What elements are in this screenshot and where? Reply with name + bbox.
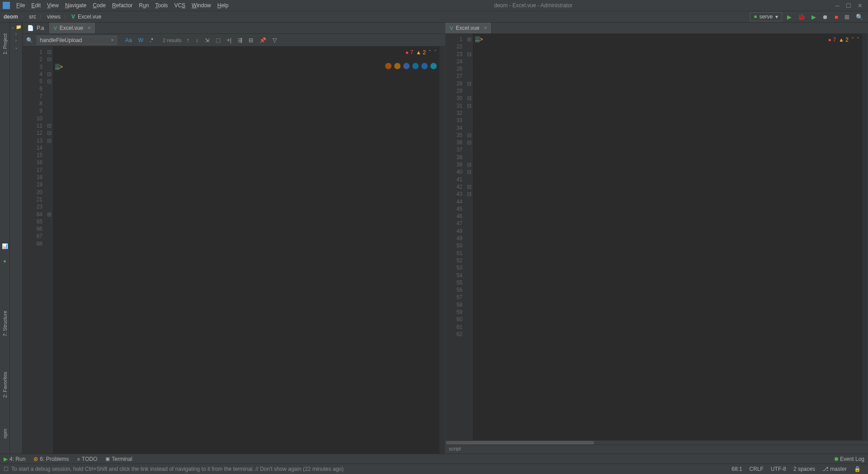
- next-match-button[interactable]: ↓: [194, 37, 200, 43]
- menu-refactor[interactable]: Refactor: [109, 1, 135, 9]
- gutter-right: 1222324262728293031323334353637383940414…: [445, 34, 466, 440]
- status-icon: ☐: [4, 466, 9, 472]
- tab-pa[interactable]: 📄 P.a: [23, 23, 49, 33]
- new-window-button[interactable]: ⬚: [214, 37, 222, 43]
- lock-icon[interactable]: 🔒: [850, 466, 864, 472]
- main-area: 1: Project 📊 ● 7: Structure 2: Favorites…: [0, 23, 868, 454]
- file-icon: 📄: [27, 25, 34, 31]
- layout-button[interactable]: ⊞: [843, 14, 851, 20]
- menu-tools[interactable]: Tools: [152, 1, 170, 9]
- toolbar-right: serve ▾ ▶ 🐞 ▶ ⏺ ■ ⊞ 🔍: [750, 12, 864, 21]
- todo-tool-tab[interactable]: ≡ TODO: [77, 456, 97, 462]
- error-stripe-left[interactable]: [439, 47, 445, 454]
- menu-file[interactable]: File: [14, 1, 28, 9]
- tab-excel-vue-right[interactable]: V Excel.vue ×: [445, 23, 492, 33]
- search-everywhere-button[interactable]: 🔍: [854, 14, 864, 20]
- menu-run[interactable]: Run: [136, 1, 151, 9]
- run-button[interactable]: ▶: [786, 14, 793, 20]
- breadcrumb-file[interactable]: Excel.vue: [78, 14, 101, 20]
- tree-expand-icon[interactable]: ›: [15, 38, 17, 43]
- chevron-up-icon: ˄: [851, 37, 854, 43]
- pin-button[interactable]: 📌: [258, 37, 268, 43]
- indicator-icon[interactable]: ●: [3, 258, 6, 264]
- error-count: ● 7: [828, 37, 836, 43]
- whole-word-toggle[interactable]: W: [137, 37, 145, 43]
- debug-button[interactable]: 🐞: [797, 14, 807, 20]
- find-input[interactable]: [37, 36, 117, 45]
- window-controls: ─ ☐ ✕: [835, 2, 865, 9]
- menu-vcs[interactable]: VCS: [171, 1, 188, 9]
- collapse-icon[interactable]: ⌄ 📁: [11, 24, 21, 29]
- browser-icons[interactable]: [385, 63, 437, 69]
- code-area-right[interactable]: 1222324262728293031323334353637383940414…: [445, 34, 868, 440]
- terminal-tool-tab[interactable]: ▣ Terminal: [105, 456, 132, 462]
- select-occurrences-button[interactable]: ⇶: [236, 37, 244, 43]
- status-message[interactable]: To start a debug session, hold Ctrl+Shif…: [11, 466, 728, 472]
- menu-navigate[interactable]: Navigate: [62, 1, 89, 9]
- menu-code[interactable]: Code: [90, 1, 108, 9]
- code-left[interactable]: ...> </span> <span class="hl-tag">: [52, 47, 439, 454]
- profile-button[interactable]: ⏺: [821, 14, 830, 20]
- breadcrumb-src[interactable]: src: [29, 14, 36, 20]
- error-stripe-right[interactable]: [862, 34, 868, 440]
- inspection-badge-left[interactable]: ● 7 ▲ 2 ˄ ˅: [404, 48, 439, 57]
- line-ending[interactable]: CRLF: [746, 466, 767, 472]
- inspection-badge-right[interactable]: ● 7 ▲ 2 ˄ ˅: [826, 36, 861, 44]
- filter-button[interactable]: ▽: [271, 37, 278, 43]
- favorites-tool-tab[interactable]: 2: Favorites: [1, 370, 9, 399]
- tool-window-bar-bottom: ▶4: Run ⊘6: Problems ≡ TODO ▣ Terminal E…: [0, 454, 868, 464]
- breadcrumb-views[interactable]: views: [47, 14, 61, 20]
- regex-toggle[interactable]: .*: [148, 37, 155, 43]
- match-case-toggle[interactable]: Aa: [124, 37, 133, 43]
- tree-expand-icon[interactable]: ›: [15, 31, 17, 36]
- close-button[interactable]: ✕: [858, 2, 863, 9]
- run-tool-tab[interactable]: ▶4: Run: [4, 456, 25, 462]
- encoding[interactable]: UTF-8: [767, 466, 790, 472]
- caret-position[interactable]: 68:1: [728, 466, 745, 472]
- find-bar: 🔍 × Aa W .* 2 results ↑ ↓ ⇲ ⬚ +| ⇶ ⊟ 📌 ▽: [23, 34, 445, 47]
- fold-strip-right[interactable]: ⊞⊟⊟⊟⊟⊟⊟⊟⊟⊟⊟: [466, 34, 472, 440]
- menu-help[interactable]: Help: [215, 1, 231, 9]
- breadcrumb-root[interactable]: deom: [4, 14, 18, 20]
- stats-icon[interactable]: 📊: [2, 243, 8, 249]
- toggle-button[interactable]: ⊟: [247, 37, 255, 43]
- editor-split: 📄 P.a V Excel.vue × 🔍 × Aa W .* 2 result…: [23, 23, 868, 454]
- error-count: ● 7: [406, 49, 413, 56]
- run-config-selector[interactable]: serve ▾: [750, 12, 782, 21]
- chevron-down-icon: ˅: [857, 37, 859, 43]
- titlebar: File Edit View Navigate Code Refactor Ru…: [0, 0, 868, 11]
- breadcrumb: deom 〉 src 〉 views 〉 V Excel.vue: [4, 13, 101, 21]
- menu-view[interactable]: View: [44, 1, 61, 9]
- add-selection-button[interactable]: +|: [226, 37, 233, 43]
- horizontal-scrollbar[interactable]: [445, 440, 868, 445]
- gutter-left: 1234567891011121314151617181920212364656…: [23, 47, 46, 454]
- code-right[interactable]: ...> </span> <span class="hl-kw">import<…: [472, 34, 862, 440]
- menu-window[interactable]: Window: [189, 1, 214, 9]
- event-log-tab[interactable]: Event Log: [835, 456, 864, 462]
- close-tab-icon[interactable]: ×: [484, 25, 487, 31]
- maximize-button[interactable]: ☐: [846, 2, 851, 9]
- run-config-name: serve: [760, 14, 773, 20]
- problems-tool-tab[interactable]: ⊘6: Problems: [33, 456, 69, 462]
- git-branch[interactable]: ⎇ master: [819, 466, 850, 472]
- minimize-button[interactable]: ─: [835, 2, 840, 9]
- window-title: deom - Excel.vue - Administrator: [231, 2, 835, 9]
- coverage-button[interactable]: ▶: [810, 14, 817, 20]
- stop-button[interactable]: ■: [833, 14, 840, 20]
- code-area-left[interactable]: 1234567891011121314151617181920212364656…: [23, 47, 445, 454]
- status-bar: ☐ To start a debug session, hold Ctrl+Sh…: [0, 464, 868, 474]
- fold-strip-left[interactable]: ⊟⊟⊟⊟⊟⊟⊟⊞: [46, 47, 52, 454]
- indent[interactable]: 2 spaces: [790, 466, 819, 472]
- prev-match-button[interactable]: ↑: [185, 37, 191, 43]
- close-tab-icon[interactable]: ×: [88, 25, 91, 31]
- tab-excel-vue-left[interactable]: V Excel.vue ×: [49, 23, 95, 33]
- clear-icon[interactable]: ×: [111, 37, 114, 43]
- tree-collapse-icon[interactable]: ⌄: [14, 45, 18, 50]
- project-tool-tab[interactable]: 1: Project: [1, 32, 9, 56]
- structure-tool-tab[interactable]: 7: Structure: [1, 309, 9, 338]
- breadcrumb-bar-right[interactable]: script: [445, 445, 868, 454]
- menu-edit[interactable]: Edit: [28, 1, 43, 9]
- select-all-button[interactable]: ⇲: [203, 37, 211, 43]
- npm-tool-tab[interactable]: npm: [1, 427, 9, 440]
- warning-count: ▲ 2: [839, 37, 849, 43]
